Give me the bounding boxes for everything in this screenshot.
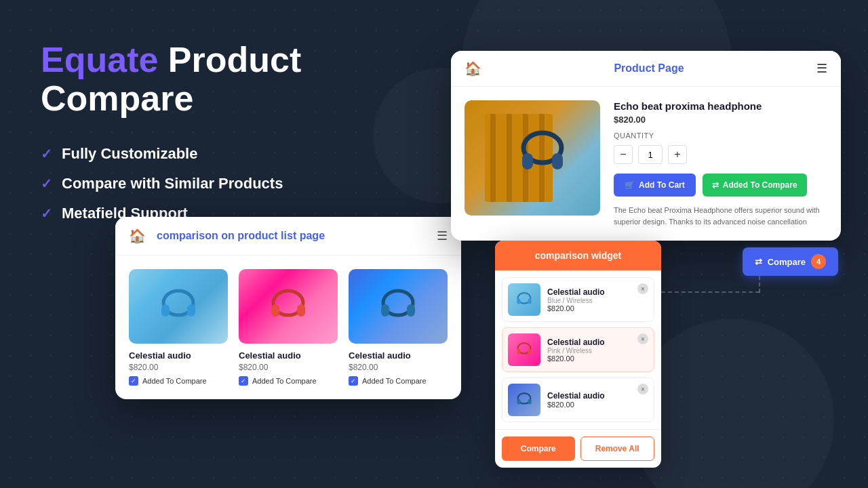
add-cart-label: Add To Cart bbox=[639, 180, 685, 190]
product-page-card: 🏠 Product Page ☰ bbox=[451, 51, 841, 241]
product-price-3: $820.00 bbox=[349, 363, 448, 372]
quantity-decrease[interactable]: − bbox=[614, 145, 633, 164]
widget-headphone-1 bbox=[514, 289, 534, 310]
checkbox-3: ✓ bbox=[349, 376, 358, 386]
headphone-svg-2 bbox=[264, 283, 312, 330]
svg-rect-24 bbox=[517, 349, 520, 354]
product-page-header: 🏠 Product Page ☰ bbox=[451, 51, 841, 87]
quantity-input[interactable] bbox=[638, 145, 663, 164]
widget-item-close-2[interactable]: × bbox=[637, 333, 648, 344]
compare-floating-button[interactable]: ⇄ Compare 4 bbox=[743, 247, 838, 276]
cart-icon: 🛒 bbox=[625, 180, 635, 190]
added-to-compare-button[interactable]: ⇄ Added To Compare bbox=[703, 174, 807, 197]
feature-label-1: Fully Customizable bbox=[62, 145, 197, 163]
svg-rect-4 bbox=[271, 304, 279, 317]
svg-rect-5 bbox=[297, 304, 305, 317]
main-title: Equate Product Compare bbox=[41, 41, 393, 118]
product-img-container-1 bbox=[129, 269, 228, 344]
product-list-card-title: comparison on product list page bbox=[157, 230, 437, 242]
feature-item-2: ✓ Compare with Similar Products bbox=[41, 175, 393, 192]
widget-item-img-pink-2 bbox=[508, 333, 540, 366]
widget-item-price-3: $820.00 bbox=[547, 401, 648, 409]
home-icon-list: 🏠 bbox=[129, 228, 146, 244]
product-img-container-2 bbox=[239, 269, 338, 344]
product-page-buttons: 🛒 Add To Cart ⇄ Added To Compare bbox=[614, 174, 827, 197]
check-icon-2: ✓ bbox=[41, 176, 52, 192]
widget-remove-all-button[interactable]: Remove All bbox=[580, 436, 655, 461]
product-page-details: Echo beat proxima headphone $820.00 QUAN… bbox=[614, 100, 827, 227]
product-page-title: Product Page bbox=[481, 62, 816, 75]
svg-rect-19 bbox=[552, 153, 563, 169]
widget-item-info-2: Celestial audio Pink / Wireless $820.00 bbox=[547, 338, 648, 363]
product-price-1: $820.00 bbox=[129, 363, 228, 372]
widget-headphone-2 bbox=[514, 340, 534, 360]
check-icon-1: ✓ bbox=[41, 146, 52, 162]
headphone-svg-3 bbox=[374, 283, 422, 330]
add-to-cart-button[interactable]: 🛒 Add To Cart bbox=[614, 174, 696, 197]
left-section: Equate Product Compare ✓ Fully Customiza… bbox=[41, 41, 393, 235]
quantity-increase[interactable]: + bbox=[668, 145, 687, 164]
svg-rect-7 bbox=[381, 304, 389, 317]
product-page-image bbox=[465, 100, 600, 216]
dashed-line-h bbox=[661, 291, 760, 293]
comparison-widget: comparison widget Celestial audio Blue /… bbox=[495, 241, 661, 468]
feature-item-1: ✓ Fully Customizable bbox=[41, 145, 393, 163]
compare-count-badge: 4 bbox=[811, 254, 826, 269]
product-name-3: Celestial audio bbox=[349, 350, 448, 361]
svg-rect-18 bbox=[522, 153, 533, 169]
svg-rect-2 bbox=[187, 304, 195, 317]
widget-item-price-1: $820.00 bbox=[547, 304, 648, 312]
widget-item-price-2: $820.00 bbox=[547, 354, 648, 363]
product-list-card: 🏠 comparison on product list page ☰ Cele… bbox=[115, 217, 461, 399]
product-page-price: $820.00 bbox=[614, 115, 827, 125]
widget-headphone-3 bbox=[514, 390, 534, 410]
widget-items: Celestial audio Blue / Wireless $820.00 … bbox=[495, 270, 661, 429]
compare-icon-floating: ⇄ bbox=[755, 257, 762, 267]
widget-item-img-blue-1 bbox=[508, 283, 540, 316]
feature-list: ✓ Fully Customizable ✓ Compare with Simi… bbox=[41, 145, 393, 222]
widget-item-close-3[interactable]: × bbox=[637, 384, 648, 394]
compare-label-1: Added To Compare bbox=[142, 377, 207, 385]
product-item-1: Celestial audio $820.00 ✓ Added To Compa… bbox=[129, 269, 228, 386]
check-icon-3: ✓ bbox=[41, 205, 52, 222]
widget-item-info-3: Celestial audio $820.00 bbox=[547, 391, 648, 409]
product-name-1: Celestial audio bbox=[129, 350, 228, 361]
checkbox-2: ✓ bbox=[239, 376, 248, 386]
widget-item-name-3: Celestial audio bbox=[547, 391, 648, 401]
product-img-container-3 bbox=[349, 269, 448, 344]
svg-rect-28 bbox=[528, 399, 532, 405]
widget-item-name-1: Celestial audio bbox=[547, 287, 648, 297]
product-headphone-svg bbox=[485, 114, 580, 202]
svg-rect-25 bbox=[528, 349, 532, 354]
product-img-pink bbox=[239, 269, 338, 344]
svg-rect-8 bbox=[407, 304, 415, 317]
svg-rect-27 bbox=[517, 399, 520, 405]
menu-icon-list: ☰ bbox=[437, 228, 448, 243]
product-item-2: Celestial audio $820.00 ✓ Added To Compa… bbox=[239, 269, 338, 386]
quantity-label: QUANTITY bbox=[614, 131, 827, 140]
compare-label-3: Added To Compare bbox=[362, 377, 427, 385]
title-highlight: Equate bbox=[41, 40, 158, 79]
widget-compare-button[interactable]: Compare bbox=[502, 436, 575, 461]
product-img-blue2 bbox=[349, 269, 448, 344]
compare-floating-label: Compare bbox=[768, 257, 806, 267]
headphone-svg-1 bbox=[155, 283, 202, 330]
svg-rect-1 bbox=[161, 304, 170, 317]
widget-item-img-3 bbox=[508, 384, 540, 416]
svg-rect-11 bbox=[498, 114, 504, 202]
added-compare-label: Added To Compare bbox=[723, 180, 797, 190]
quantity-control: − + bbox=[614, 145, 827, 164]
checkbox-1: ✓ bbox=[129, 376, 138, 386]
svg-rect-13 bbox=[515, 114, 520, 202]
widget-item-variant-2: Pink / Wireless bbox=[547, 347, 648, 354]
product-compare-3: ✓ Added To Compare bbox=[349, 376, 448, 386]
widget-header: comparison widget bbox=[495, 241, 661, 270]
compare-arrows-icon: ⇄ bbox=[712, 180, 719, 190]
widget-item-close-1[interactable]: × bbox=[637, 283, 648, 294]
widget-item-img-1 bbox=[508, 283, 540, 316]
compare-label-2: Added To Compare bbox=[252, 377, 317, 385]
widget-item-info-1: Celestial audio Blue / Wireless $820.00 bbox=[547, 287, 648, 312]
svg-rect-21 bbox=[517, 299, 520, 304]
product-description: The Echo beat Proxima Headphone offers s… bbox=[614, 205, 827, 227]
product-page-name: Echo beat proxima headphone bbox=[614, 100, 827, 112]
